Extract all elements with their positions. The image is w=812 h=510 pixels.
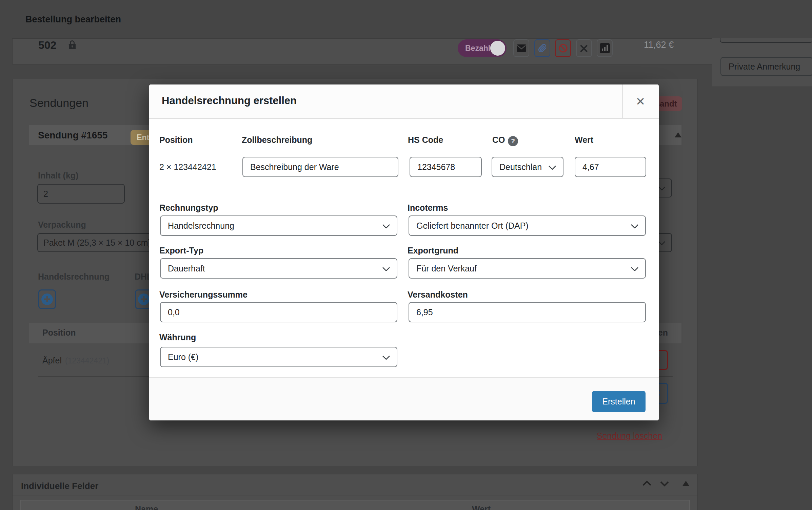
insurance-input[interactable] <box>160 302 397 322</box>
shipment-title: Sendung #1655 <box>38 130 107 141</box>
country-select[interactable]: Deutschlan <box>492 157 563 177</box>
invoice-type-value: Handelsrechnung <box>168 221 234 231</box>
custom-fields-table-header <box>20 500 690 510</box>
plus-circle-icon <box>138 294 150 305</box>
create-button[interactable]: Erstellen <box>592 391 646 412</box>
top-band <box>0 0 812 38</box>
currency-value: Euro (€) <box>168 352 198 362</box>
col-value-label: Wert <box>575 135 593 145</box>
add-invoice-button[interactable] <box>38 289 56 309</box>
col-hscode-label: HS Code <box>408 135 443 145</box>
toggle-knob <box>490 41 505 56</box>
email-button[interactable] <box>513 39 529 57</box>
cancel-button[interactable] <box>555 39 571 57</box>
chevron-down-icon <box>382 356 390 360</box>
chevron-down-icon <box>549 166 556 170</box>
invoice-type-select[interactable]: Handelsrechnung <box>160 215 397 236</box>
packaging-label: Verpackung <box>38 220 86 230</box>
incoterms-value: Geliefert benannter Ort (DAP) <box>416 221 529 231</box>
position-quantity-text: 2 × 123442421 <box>159 162 216 172</box>
col-customs-label: Zollbeschreibung <box>242 135 312 145</box>
order-total: 11,62 € <box>644 40 674 50</box>
x-icon <box>580 44 588 52</box>
export-reason-select[interactable]: Für den Verkauf <box>409 258 646 279</box>
shipping-cost-input[interactable] <box>409 302 646 322</box>
country-value: Deutschlan <box>499 162 542 172</box>
incoterms-select[interactable]: Geliefert benannter Ort (DAP) <box>409 215 646 236</box>
export-reason-label: Exportgrund <box>408 246 458 256</box>
chevron-down-icon <box>382 224 390 228</box>
export-type-value: Dauerhaft <box>168 264 205 273</box>
chevron-down-icon <box>631 267 638 271</box>
chevron-down-icon[interactable] <box>659 479 670 488</box>
chevron-down-icon <box>658 241 665 245</box>
col-name: Name <box>135 504 158 510</box>
modal-header: Handelsrechnung erstellen ✕ <box>149 84 659 119</box>
shipping-cost-label: Versandkosten <box>408 290 468 300</box>
modal-title: Handelsrechnung erstellen <box>162 95 297 107</box>
table-row-item: Äpfel(123442421) <box>42 356 109 365</box>
content-weight-value: 2 <box>43 189 48 199</box>
col-co-label: CO <box>492 135 505 145</box>
chevron-down-icon <box>382 267 390 271</box>
insurance-label: Versicherungssumme <box>159 290 247 300</box>
private-note-label: Private Anmerkung <box>729 62 800 72</box>
export-reason-value: Für den Verkauf <box>416 264 477 273</box>
plus-circle-icon <box>41 294 53 305</box>
ban-icon <box>558 43 568 53</box>
item-name: Äpfel <box>42 356 62 365</box>
commercial-invoice-label: Handelsrechnung <box>38 272 110 282</box>
link-button[interactable] <box>534 39 550 57</box>
invoice-type-label: Rechnungstyp <box>159 203 218 213</box>
chevron-down-icon <box>658 187 665 190</box>
incoterms-label: Incoterms <box>408 203 448 213</box>
customs-description-input[interactable] <box>242 157 398 177</box>
export-type-label: Export-Typ <box>159 246 203 256</box>
chart-icon <box>600 43 610 53</box>
hs-code-input[interactable] <box>410 157 482 177</box>
screenshot-stage: Bestellung bearbeiten 502 Bezahlt <box>0 0 812 510</box>
stats-button[interactable] <box>597 39 613 57</box>
item-sku: (123442421) <box>65 356 109 365</box>
export-type-select[interactable]: Dauerhaft <box>160 258 397 279</box>
lock-icon <box>68 40 76 49</box>
collapse-arrow-icon[interactable] <box>682 481 689 486</box>
packaging-value: Paket M (25,3 × 15 × 10 cm) <box>43 238 151 248</box>
paid-toggle[interactable]: Bezahlt <box>458 39 507 57</box>
close-icon[interactable]: ✕ <box>623 84 658 118</box>
page-title: Bestellung bearbeiten <box>25 14 121 25</box>
delete-x-button[interactable] <box>576 39 592 57</box>
create-invoice-modal: Handelsrechnung erstellen ✕ Position Zol… <box>149 84 659 420</box>
panel-header-divider <box>13 495 697 495</box>
custom-fields-heading: Individuelle Felder <box>21 481 98 491</box>
col-value: Wert <box>472 504 491 510</box>
value-input[interactable] <box>575 157 646 177</box>
content-weight-input[interactable]: 2 <box>37 184 125 204</box>
help-icon[interactable]: ? <box>508 136 518 146</box>
chevron-up-icon[interactable] <box>642 479 652 488</box>
paid-toggle-label: Bezahlt <box>465 44 493 53</box>
shipments-heading: Sendungen <box>29 96 88 110</box>
collapse-arrow-icon[interactable] <box>675 132 681 137</box>
currency-label: Währung <box>159 333 196 342</box>
currency-select[interactable]: Euro (€) <box>160 347 397 367</box>
chevron-down-icon <box>631 224 638 228</box>
col-position: Position <box>42 328 76 338</box>
order-number: 502 <box>38 39 56 52</box>
modal-footer: Erstellen <box>149 377 659 420</box>
paperclip-icon <box>538 44 547 53</box>
col-position-label: Position <box>159 135 193 145</box>
delete-shipment-link[interactable]: Sendung löschen <box>597 431 662 441</box>
content-weight-label: Inhalt (kg) <box>38 171 78 181</box>
private-note-button[interactable]: Private Anmerkung <box>720 57 812 76</box>
envelope-icon <box>517 44 526 52</box>
